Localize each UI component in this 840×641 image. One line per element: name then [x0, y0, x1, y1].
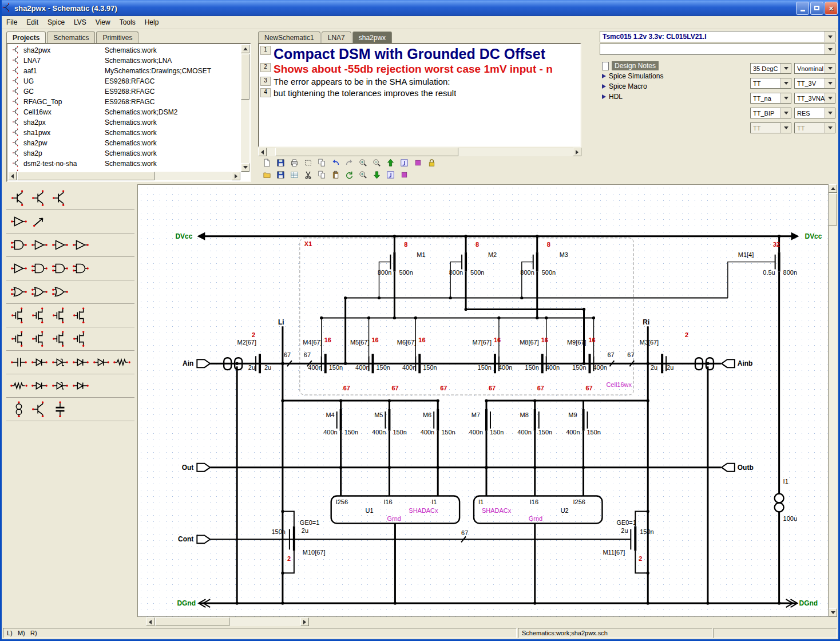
project-row[interactable]: UGES9268:RFAGC [9, 76, 240, 86]
project-row[interactable]: RFAGC_TopES9268:RFAGC [9, 97, 240, 107]
tab-projects[interactable]: Projects [6, 31, 46, 43]
project-row[interactable]: sha1pwxSchematics:work [9, 128, 240, 138]
project-row[interactable]: sha2pwSchematics:work [9, 138, 240, 148]
redraw-button[interactable] [343, 171, 355, 181]
open-button[interactable] [260, 171, 273, 181]
menu-spice[interactable]: Spice [43, 16, 69, 29]
design-notes-editor[interactable]: 1Compact DSM with Grounded DC Offset2Sho… [258, 43, 581, 147]
project-row[interactable]: dsm2-test-no-shaSchematics:work [9, 159, 240, 169]
palette-and-gate-alt[interactable] [50, 259, 70, 278]
canvas-vscrollbar[interactable] [829, 184, 837, 617]
corner-dropdown-3-right[interactable]: RES [794, 108, 835, 118]
vscroll-thumb[interactable] [829, 193, 837, 225]
dropdown-button[interactable] [825, 78, 835, 88]
project-row[interactable]: sha2pwxSchematics:work [9, 45, 240, 56]
project-row[interactable]: GCES9268:RFAGC [9, 86, 240, 97]
project-row[interactable]: SHASwPrefectDSMSchematics:work [9, 169, 240, 171]
project-list-vscrollbar[interactable] [241, 45, 249, 172]
dropdown-button[interactable] [780, 108, 791, 118]
palette-nmos-alt[interactable] [9, 329, 29, 349]
descend-hierarchy-button[interactable] [370, 171, 383, 181]
scroll-right-button[interactable] [300, 618, 309, 626]
undo-button[interactable] [329, 159, 342, 169]
palette-diode-alt[interactable] [70, 353, 91, 372]
palette-npn-transistor[interactable] [9, 188, 29, 208]
print-button[interactable] [288, 159, 300, 169]
copy-image-button[interactable] [315, 159, 328, 169]
palette-buffer[interactable] [29, 235, 50, 255]
corner-dropdown-0-right[interactable]: Vnominal [794, 63, 835, 74]
palette-xor-gate[interactable] [50, 282, 70, 302]
close-button[interactable]: × [825, 2, 838, 15]
palette-nmos[interactable] [9, 306, 29, 325]
dropdown-button[interactable] [825, 31, 835, 42]
scroll-right-button[interactable] [232, 172, 240, 180]
hscroll-thumb[interactable] [17, 172, 154, 180]
palette-parallel-plate-cap[interactable] [50, 399, 70, 419]
lock-button[interactable] [425, 159, 438, 169]
corner-dropdown-0-left[interactable]: 35 DegC [750, 63, 791, 74]
scroll-left-button[interactable] [146, 618, 154, 626]
menu-edit[interactable]: Edit [22, 16, 43, 29]
dropdown-button[interactable] [780, 93, 791, 103]
project-row[interactable]: LNA7Schematics:work;LNA [9, 56, 240, 66]
palette-diode[interactable] [29, 353, 50, 372]
palette-small-buffer[interactable] [9, 212, 29, 231]
palette-bjt-small[interactable] [29, 399, 50, 419]
ascend-hierarchy-button[interactable] [384, 159, 397, 169]
canvas-hscrollbar[interactable] [146, 618, 309, 626]
project-row[interactable]: sha2pSchematics:work [9, 148, 240, 159]
corner-dropdown-1-right[interactable]: TT_3V [794, 78, 835, 89]
dropdown-button[interactable] [825, 108, 835, 118]
title-bar[interactable]: sha2pwx - Schematic (4.3.97) × [0, 0, 840, 16]
scroll-up-button[interactable] [241, 45, 249, 53]
corner-dropdown-1-left[interactable]: TT [750, 78, 791, 89]
dropdown-button[interactable] [825, 64, 835, 73]
cut-button[interactable] [302, 171, 314, 181]
vscroll-thumb[interactable] [241, 54, 249, 100]
palette-or-gate[interactable] [9, 282, 29, 302]
palette-pnp-transistor[interactable] [29, 188, 50, 208]
palette-pmos[interactable] [29, 306, 50, 325]
corner-dropdown-2-left[interactable]: TT_na [750, 93, 791, 104]
schematic-canvas[interactable]: DVccDVccDGndDGndAinAinbOutOutbContLiRiX1… [137, 184, 829, 617]
zoom-out-button[interactable] [370, 159, 383, 169]
stamp-a-button[interactable] [384, 171, 397, 181]
probe-j-button[interactable] [398, 159, 410, 169]
redo-button[interactable] [343, 159, 355, 169]
tab-newschematic1[interactable]: NewSchematic1 [258, 31, 320, 43]
probe-color-button[interactable] [411, 159, 424, 169]
tab-schematics[interactable]: Schematics [47, 31, 95, 43]
copy-button[interactable] [315, 171, 328, 181]
section-design-notes[interactable]: Design Notes [601, 61, 744, 71]
zoom-window-button[interactable] [356, 171, 369, 181]
palette-inverter[interactable] [50, 235, 70, 255]
palette-wire-arrow[interactable] [29, 212, 50, 231]
hscroll-thumb[interactable] [275, 148, 458, 156]
secondary-dropdown[interactable] [600, 43, 835, 55]
zoom-in-button[interactable] [356, 159, 369, 169]
maximize-button[interactable] [810, 2, 823, 15]
scroll-left-button[interactable] [258, 148, 267, 156]
notes-hscrollbar[interactable] [258, 148, 581, 156]
palette-nmos-bulk[interactable] [50, 306, 70, 325]
menu-file[interactable]: File [2, 16, 22, 29]
scroll-left-button[interactable] [8, 172, 17, 180]
project-row[interactable]: sha2pxSchematics:work [9, 117, 240, 128]
menu-view[interactable]: View [91, 16, 115, 29]
tab-sha2pwx[interactable]: sha2pwx [352, 31, 392, 43]
scroll-up-button[interactable] [829, 184, 837, 193]
scroll-right-button[interactable] [573, 148, 581, 156]
hscroll-thumb[interactable] [155, 618, 229, 626]
tab-primitives[interactable]: Primitives [96, 31, 138, 43]
palette-tri-state-buffer[interactable] [9, 259, 29, 278]
palette-led[interactable] [29, 376, 50, 395]
new-button[interactable] [260, 159, 273, 169]
project-row[interactable]: aaf1MySchematics:Drawings;CMOSET [9, 66, 240, 76]
palette-nand-gate-alt[interactable] [70, 259, 91, 278]
spreadsheet-button[interactable] [288, 171, 300, 181]
menu-tools[interactable]: Tools [115, 16, 140, 29]
palette-and-gate[interactable] [9, 235, 29, 255]
save-all-button[interactable] [274, 171, 287, 181]
palette-current-source[interactable] [9, 399, 29, 419]
